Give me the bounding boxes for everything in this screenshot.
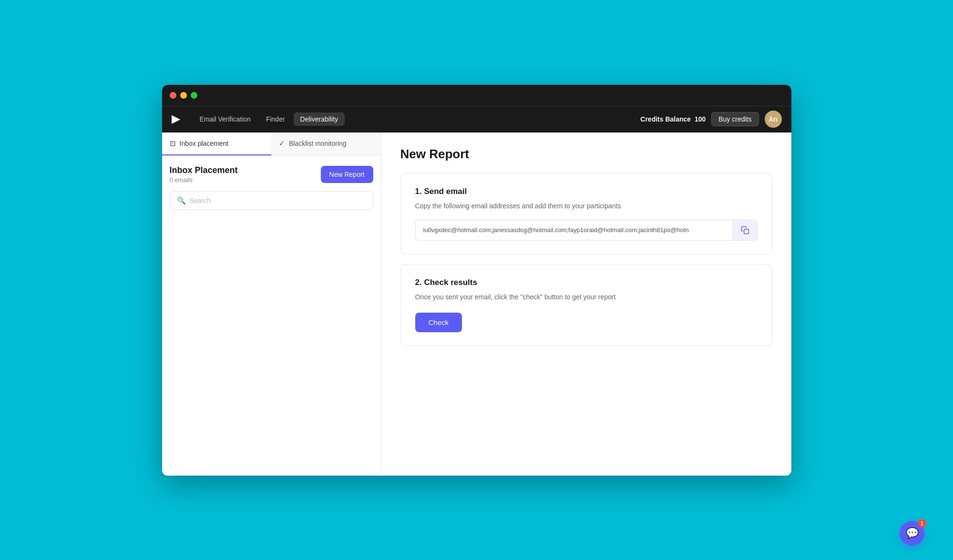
sidebar-title: Inbox Placement	[170, 165, 238, 175]
check-button[interactable]: Check	[415, 313, 462, 332]
copy-icon	[741, 226, 749, 234]
page-title: New Report	[400, 147, 772, 162]
search-input[interactable]	[190, 197, 366, 204]
step-1-description: Copy the following email addresses and a…	[415, 201, 758, 211]
email-field-text: lu0vgxdec@hotmail.com;janessasdcg@hotmai…	[416, 221, 733, 239]
inbox-placement-icon: ⊡	[170, 139, 176, 148]
buy-credits-button[interactable]: Buy credits	[711, 112, 758, 126]
step-2-card: 2. Check results Once you sent your emai…	[400, 264, 772, 346]
tab-blacklist-monitoring[interactable]: ✓ Blacklist monitoring	[271, 132, 381, 155]
avatar[interactable]: An	[765, 111, 782, 128]
blacklist-icon: ✓	[279, 139, 285, 148]
tab-inbox-placement-label: Inbox placement	[180, 140, 229, 147]
navbar: ▶ Email Verification Finder Deliverabili…	[162, 106, 791, 132]
nav-email-verification[interactable]: Email Verification	[193, 112, 257, 126]
tab-inbox-placement[interactable]: ⊡ Inbox placement	[162, 132, 272, 155]
minimize-button[interactable]	[180, 92, 187, 99]
main-content: New Report 1. Send email Copy the follow…	[381, 132, 791, 476]
nav-menu: Email Verification Finder Deliverability	[193, 112, 641, 126]
step-2-description: Once you sent your email, click the "che…	[415, 292, 758, 302]
chat-badge: 1	[918, 519, 926, 528]
sidebar: ⊡ Inbox placement ✓ Blacklist monitoring…	[162, 132, 381, 476]
sidebar-tabs: ⊡ Inbox placement ✓ Blacklist monitoring	[162, 132, 381, 156]
nav-finder[interactable]: Finder	[259, 112, 292, 126]
logo: ▶	[172, 113, 180, 125]
maximize-button[interactable]	[191, 92, 197, 99]
tab-blacklist-label: Blacklist monitoring	[289, 140, 347, 147]
sidebar-subtitle: 0 emails	[170, 176, 238, 183]
step-1-card: 1. Send email Copy the following email a…	[400, 173, 772, 255]
app-window: ▶ Email Verification Finder Deliverabili…	[162, 85, 791, 476]
navbar-right: Credits Balance 100 Buy credits An	[640, 111, 781, 128]
search-box: 🔍	[170, 191, 373, 210]
traffic-lights	[170, 92, 197, 99]
credits-balance: Credits Balance 100	[640, 115, 706, 123]
main-layout: ⊡ Inbox placement ✓ Blacklist monitoring…	[162, 132, 791, 476]
new-report-button[interactable]: New Report	[321, 166, 373, 183]
sidebar-header: Inbox Placement 0 emails New Report	[170, 165, 373, 183]
nav-deliverability[interactable]: Deliverability	[294, 112, 345, 126]
step-1-title: 1. Send email	[415, 187, 758, 196]
sidebar-title-group: Inbox Placement 0 emails	[170, 165, 238, 183]
close-button[interactable]	[170, 92, 176, 99]
search-icon: 🔍	[177, 196, 186, 205]
email-field-row: lu0vgxdec@hotmail.com;janessasdcg@hotmai…	[415, 220, 758, 241]
copy-button[interactable]	[733, 220, 757, 240]
chat-icon: 💬	[906, 527, 919, 540]
title-bar	[162, 85, 791, 106]
svg-rect-0	[744, 229, 748, 234]
step-2-title: 2. Check results	[415, 278, 758, 287]
chat-widget[interactable]: 💬 1	[900, 521, 924, 546]
sidebar-content: Inbox Placement 0 emails New Report 🔍	[162, 156, 381, 220]
